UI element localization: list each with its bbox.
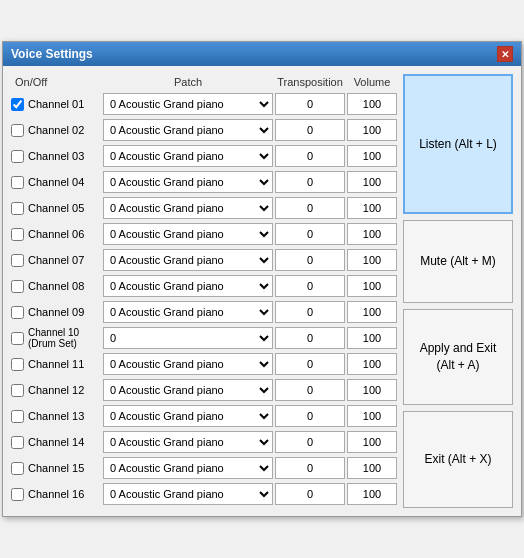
transposition-input[interactable] xyxy=(275,223,345,245)
patch-select[interactable]: 0816242532404856 xyxy=(103,327,273,349)
table-row: Channel 120 Acoustic Grand piano1 Bright… xyxy=(11,378,397,402)
patch-select[interactable]: 0 Acoustic Grand piano1 Bright Acoustic … xyxy=(103,275,273,297)
volume-input[interactable] xyxy=(347,301,397,323)
patch-select[interactable]: 0 Acoustic Grand piano1 Bright Acoustic … xyxy=(103,145,273,167)
window-title: Voice Settings xyxy=(11,47,93,61)
channel-label: Channel 06 xyxy=(11,228,101,241)
volume-cell xyxy=(347,93,397,115)
transposition-input[interactable] xyxy=(275,327,345,349)
volume-input[interactable] xyxy=(347,327,397,349)
volume-input[interactable] xyxy=(347,353,397,375)
transposition-input[interactable] xyxy=(275,249,345,271)
volume-cell xyxy=(347,431,397,453)
volume-cell xyxy=(347,353,397,375)
volume-input[interactable] xyxy=(347,405,397,427)
patch-cell: 0 Acoustic Grand piano1 Bright Acoustic … xyxy=(103,405,273,427)
patch-select[interactable]: 0 Acoustic Grand piano1 Bright Acoustic … xyxy=(103,457,273,479)
patch-select[interactable]: 0 Acoustic Grand piano1 Bright Acoustic … xyxy=(103,249,273,271)
exit-button[interactable]: Exit (Alt + X) xyxy=(403,411,513,508)
channel-name: Channel 11 xyxy=(28,358,84,370)
transposition-input[interactable] xyxy=(275,197,345,219)
transposition-input[interactable] xyxy=(275,379,345,401)
channel-checkbox[interactable] xyxy=(11,306,24,319)
channel-checkbox[interactable] xyxy=(11,410,24,423)
volume-input[interactable] xyxy=(347,483,397,505)
channel-checkbox[interactable] xyxy=(11,176,24,189)
channel-checkbox[interactable] xyxy=(11,358,24,371)
volume-input[interactable] xyxy=(347,93,397,115)
channel-checkbox[interactable] xyxy=(11,332,24,345)
channel-name: Channel 02 xyxy=(28,124,84,136)
volume-cell xyxy=(347,119,397,141)
volume-input[interactable] xyxy=(347,249,397,271)
transposition-cell xyxy=(275,431,345,453)
patch-cell: 0 Acoustic Grand piano1 Bright Acoustic … xyxy=(103,457,273,479)
patch-select[interactable]: 0 Acoustic Grand piano1 Bright Acoustic … xyxy=(103,119,273,141)
patch-select[interactable]: 0 Acoustic Grand piano1 Bright Acoustic … xyxy=(103,197,273,219)
transposition-input[interactable] xyxy=(275,301,345,323)
channel-checkbox[interactable] xyxy=(11,488,24,501)
channel-label: Channel 07 xyxy=(11,254,101,267)
table-row: Channel 090 Acoustic Grand piano1 Bright… xyxy=(11,300,397,324)
volume-input[interactable] xyxy=(347,197,397,219)
transposition-input[interactable] xyxy=(275,145,345,167)
channel-checkbox[interactable] xyxy=(11,384,24,397)
listen-button[interactable]: Listen (Alt + L) xyxy=(403,74,513,214)
channel-checkbox[interactable] xyxy=(11,254,24,267)
channel-checkbox[interactable] xyxy=(11,280,24,293)
transposition-cell xyxy=(275,93,345,115)
volume-input[interactable] xyxy=(347,431,397,453)
table-row: Channel 130 Acoustic Grand piano1 Bright… xyxy=(11,404,397,428)
volume-input[interactable] xyxy=(347,171,397,193)
channel-checkbox[interactable] xyxy=(11,150,24,163)
mute-button[interactable]: Mute (Alt + M) xyxy=(403,220,513,303)
patch-select[interactable]: 0 Acoustic Grand piano1 Bright Acoustic … xyxy=(103,379,273,401)
transposition-input[interactable] xyxy=(275,431,345,453)
volume-input[interactable] xyxy=(347,223,397,245)
volume-cell xyxy=(347,327,397,349)
channels-container: Channel 010 Acoustic Grand piano1 Bright… xyxy=(11,92,397,506)
column-headers: On/Off Patch Transposition Volume xyxy=(11,74,397,92)
channel-checkbox[interactable] xyxy=(11,124,24,137)
table-row: Channel 040 Acoustic Grand piano1 Bright… xyxy=(11,170,397,194)
volume-input[interactable] xyxy=(347,145,397,167)
transposition-input[interactable] xyxy=(275,405,345,427)
patch-select[interactable]: 0 Acoustic Grand piano1 Bright Acoustic … xyxy=(103,483,273,505)
channel-label: Channel 05 xyxy=(11,202,101,215)
apply-exit-button[interactable]: Apply and Exit(Alt + A) xyxy=(403,309,513,406)
channel-name: Channel 08 xyxy=(28,280,84,292)
patch-select[interactable]: 0 Acoustic Grand piano1 Bright Acoustic … xyxy=(103,353,273,375)
patch-select[interactable]: 0 Acoustic Grand piano1 Bright Acoustic … xyxy=(103,93,273,115)
transposition-cell xyxy=(275,223,345,245)
transposition-input[interactable] xyxy=(275,483,345,505)
patch-select[interactable]: 0 Acoustic Grand piano1 Bright Acoustic … xyxy=(103,301,273,323)
transposition-input[interactable] xyxy=(275,171,345,193)
transposition-input[interactable] xyxy=(275,353,345,375)
channel-label: Channel 02 xyxy=(11,124,101,137)
channel-checkbox[interactable] xyxy=(11,98,24,111)
volume-input[interactable] xyxy=(347,275,397,297)
table-row: Channel 150 Acoustic Grand piano1 Bright… xyxy=(11,456,397,480)
patch-select[interactable]: 0 Acoustic Grand piano1 Bright Acoustic … xyxy=(103,171,273,193)
patch-select[interactable]: 0 Acoustic Grand piano1 Bright Acoustic … xyxy=(103,431,273,453)
patch-select[interactable]: 0 Acoustic Grand piano1 Bright Acoustic … xyxy=(103,405,273,427)
volume-input[interactable] xyxy=(347,457,397,479)
transposition-input[interactable] xyxy=(275,119,345,141)
table-row: Channel 110 Acoustic Grand piano1 Bright… xyxy=(11,352,397,376)
transposition-input[interactable] xyxy=(275,93,345,115)
channel-checkbox[interactable] xyxy=(11,462,24,475)
transposition-cell xyxy=(275,457,345,479)
close-button[interactable]: ✕ xyxy=(497,46,513,62)
volume-input[interactable] xyxy=(347,119,397,141)
volume-input[interactable] xyxy=(347,379,397,401)
channel-checkbox[interactable] xyxy=(11,202,24,215)
channel-checkbox[interactable] xyxy=(11,228,24,241)
header-on-off: On/Off xyxy=(11,76,101,88)
channel-checkbox[interactable] xyxy=(11,436,24,449)
transposition-cell xyxy=(275,353,345,375)
transposition-input[interactable] xyxy=(275,275,345,297)
transposition-input[interactable] xyxy=(275,457,345,479)
patch-select[interactable]: 0 Acoustic Grand piano1 Bright Acoustic … xyxy=(103,223,273,245)
table-row: Channel 140 Acoustic Grand piano1 Bright… xyxy=(11,430,397,454)
channel-label: Channel 08 xyxy=(11,280,101,293)
